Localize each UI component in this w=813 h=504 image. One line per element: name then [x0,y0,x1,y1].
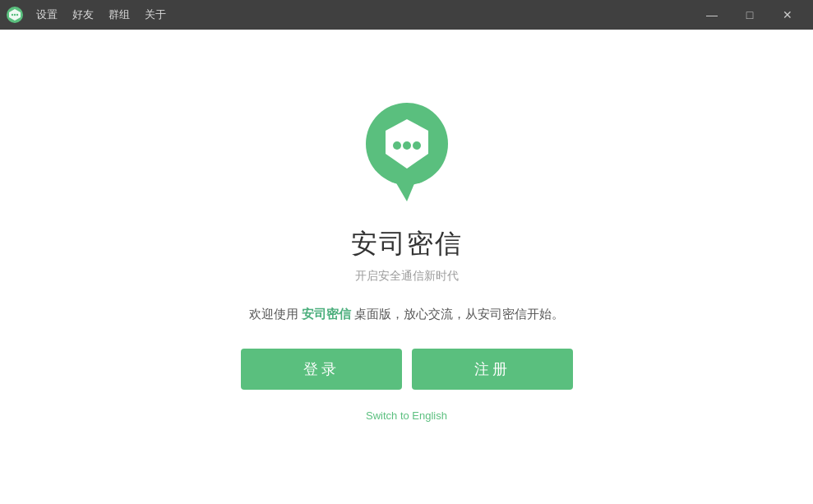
maximize-button[interactable]: □ [731,0,769,30]
menu-item-settings[interactable]: 设置 [30,4,64,25]
svg-point-4 [16,14,18,16]
welcome-suffix: 桌面版，放心交流，从安司密信开始。 [354,307,564,321]
app-logo [362,96,452,206]
menu-item-groups[interactable]: 群组 [102,4,136,25]
close-button[interactable]: ✕ [769,0,806,30]
minimize-button[interactable]: — [693,0,731,30]
svg-marker-6 [395,182,415,201]
svg-point-3 [14,14,16,16]
titlebar: 设置 好友 群组 关于 — □ ✕ [0,0,813,30]
welcome-text: 欢迎使用 安司密信 桌面版，放心交流，从安司密信开始。 [249,307,564,322]
register-button[interactable]: 注册 [412,349,573,390]
svg-point-10 [413,141,421,150]
welcome-brand: 安司密信 [302,307,351,321]
svg-point-2 [12,14,13,16]
titlebar-controls: — □ ✕ [693,0,806,30]
main-content: 安司密信 开启安全通信新时代 欢迎使用 安司密信 桌面版，放心交流，从安司密信开… [0,30,813,504]
switch-language-link[interactable]: Switch to English [366,409,447,422]
titlebar-menu: 设置 好友 群组 关于 [30,4,693,25]
svg-point-8 [393,141,401,150]
svg-point-9 [403,141,411,150]
menu-item-about[interactable]: 关于 [138,4,173,25]
tagline: 开启安全通信新时代 [355,269,459,284]
titlebar-logo [7,7,23,23]
auth-buttons: 登录 注册 [241,349,573,390]
welcome-prefix: 欢迎使用 [249,307,298,321]
login-button[interactable]: 登录 [241,349,402,390]
menu-item-friends[interactable]: 好友 [66,4,100,25]
app-name: 安司密信 [351,226,463,262]
